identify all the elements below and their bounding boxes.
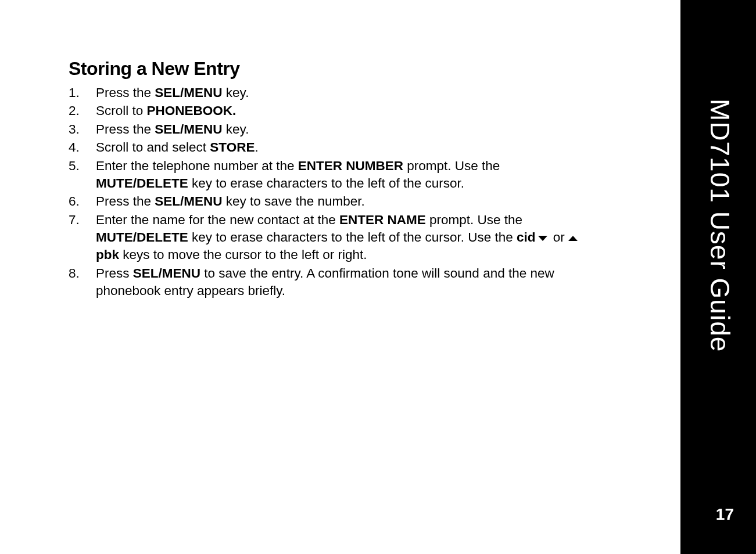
text-span: or	[550, 230, 569, 244]
step-text: Press the SEL/MENU key to save the numbe…	[96, 193, 584, 210]
text-span: key to erase characters to the left of t…	[188, 230, 517, 244]
bold-text: SEL/MENU	[155, 194, 222, 208]
text-span: Press the	[96, 122, 155, 136]
bold-text: MUTE/DELETE	[96, 176, 188, 190]
step-text: Scroll to PHONEBOOK.	[96, 102, 584, 120]
text-span: Enter the telephone number at the	[96, 159, 298, 173]
step-text: Enter the telephone number at the ENTER …	[96, 157, 584, 193]
step-number: 2.	[69, 102, 96, 120]
bold-text: SEL/MENU	[155, 122, 222, 136]
text-span: key.	[223, 122, 249, 136]
step-number: 5.	[69, 157, 96, 193]
step-number: 8.	[69, 265, 96, 300]
step-number: 3.	[69, 121, 96, 138]
bold-text: MUTE/DELETE	[96, 230, 188, 244]
step-text: Press the SEL/MENU key.	[96, 84, 584, 102]
text-span: Enter the name for the new contact at th…	[96, 213, 339, 227]
step-item: 6.Press the SEL/MENU key to save the num…	[69, 193, 651, 210]
step-item: 3.Press the SEL/MENU key.	[69, 121, 651, 138]
triangle-down-icon	[538, 236, 547, 241]
bold-text: ENTER NAME	[339, 213, 426, 227]
content-area: Storing a New Entry 1.Press the SEL/MENU…	[0, 0, 680, 554]
step-text: Press SEL/MENU to save the entry. A conf…	[96, 265, 584, 300]
section-heading: Storing a New Entry	[69, 58, 651, 80]
step-number: 7.	[69, 211, 96, 264]
step-number: 1.	[69, 84, 96, 102]
step-item: 4.Scroll to and select STORE.	[69, 139, 651, 156]
text-span: prompt. Use the	[403, 159, 500, 173]
step-item: 8.Press SEL/MENU to save the entry. A co…	[69, 265, 651, 300]
text-span: key.	[223, 85, 249, 100]
bold-text: STORE	[210, 140, 255, 154]
step-item: 7.Enter the name for the new contact at …	[69, 211, 651, 264]
text-span: keys to move the cursor to the left or r…	[119, 247, 367, 262]
step-item: 5.Enter the telephone number at the ENTE…	[69, 157, 651, 193]
text-span: prompt. Use the	[426, 213, 522, 227]
bold-text: SEL/MENU	[133, 266, 200, 280]
triangle-up-icon	[568, 236, 578, 241]
step-item: 1.Press the SEL/MENU key.	[69, 84, 651, 102]
text-span: Press the	[96, 85, 155, 100]
step-text: Scroll to and select STORE.	[96, 139, 584, 156]
text-span: .	[255, 140, 258, 154]
text-span: Scroll to and select	[96, 140, 210, 154]
text-span: Press	[96, 266, 133, 280]
text-span: Scroll to	[96, 103, 147, 118]
bold-text: cid	[517, 230, 536, 244]
step-list: 1.Press the SEL/MENU key.2.Scroll to PHO…	[69, 84, 651, 300]
page-container: Storing a New Entry 1.Press the SEL/MENU…	[0, 0, 756, 554]
sidebar: MD7101 User Guide 17	[680, 0, 756, 554]
step-item: 2.Scroll to PHONEBOOK.	[69, 102, 651, 120]
bold-text: ENTER NUMBER	[298, 159, 403, 173]
step-number: 4.	[69, 139, 96, 156]
text-span: Press the	[96, 194, 155, 208]
bold-text: SEL/MENU	[155, 85, 222, 100]
step-text: Press the SEL/MENU key.	[96, 121, 584, 138]
step-number: 6.	[69, 193, 96, 210]
bold-text: pbk	[96, 247, 119, 262]
text-span: key to save the number.	[223, 194, 365, 208]
page-number: 17	[716, 505, 734, 524]
text-span: key to erase characters to the left of t…	[188, 176, 464, 190]
step-text: Enter the name for the new contact at th…	[96, 211, 584, 264]
bold-text: PHONEBOOK.	[147, 103, 237, 118]
document-title: MD7101 User Guide	[704, 99, 736, 352]
